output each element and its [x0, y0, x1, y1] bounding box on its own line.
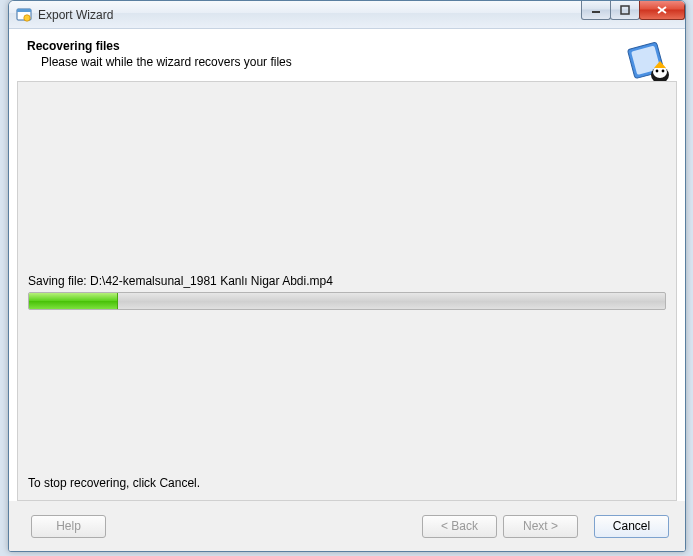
cancel-button[interactable]: Cancel [594, 515, 669, 538]
window-controls [582, 0, 685, 20]
svg-rect-3 [592, 11, 600, 13]
wizard-body: Saving file: D:\42-kemalsunal_1981 Kanlı… [17, 81, 677, 501]
app-icon [16, 7, 32, 23]
status-prefix: Saving file: [28, 274, 90, 288]
stop-hint: To stop recovering, click Cancel. [28, 476, 200, 490]
progress-bar [28, 292, 666, 310]
svg-rect-4 [621, 6, 629, 14]
maximize-icon [620, 5, 630, 15]
svg-point-2 [24, 14, 30, 20]
export-wizard-window: Export Wizard Recovering files Please wa… [8, 0, 686, 552]
wizard-icon [623, 37, 671, 85]
maximize-button[interactable] [610, 0, 640, 20]
page-title: Recovering files [27, 39, 623, 53]
svg-point-11 [656, 70, 659, 73]
window-title: Export Wizard [38, 8, 113, 22]
status-text: Saving file: D:\42-kemalsunal_1981 Kanlı… [28, 274, 333, 288]
close-button[interactable] [639, 0, 685, 20]
minimize-button[interactable] [581, 0, 611, 20]
help-button[interactable]: Help [31, 515, 106, 538]
progress-fill [29, 293, 118, 309]
svg-rect-1 [17, 9, 31, 12]
titlebar[interactable]: Export Wizard [9, 1, 685, 29]
button-bar: Help < Back Next > Cancel [9, 501, 685, 551]
minimize-icon [591, 5, 601, 15]
next-button[interactable]: Next > [503, 515, 578, 538]
page-subtitle: Please wait while the wizard recovers yo… [41, 55, 623, 69]
close-icon [656, 5, 668, 15]
svg-point-12 [662, 70, 665, 73]
back-button[interactable]: < Back [422, 515, 497, 538]
current-file-path: D:\42-kemalsunal_1981 Kanlı Nigar Abdi.m… [90, 274, 333, 288]
